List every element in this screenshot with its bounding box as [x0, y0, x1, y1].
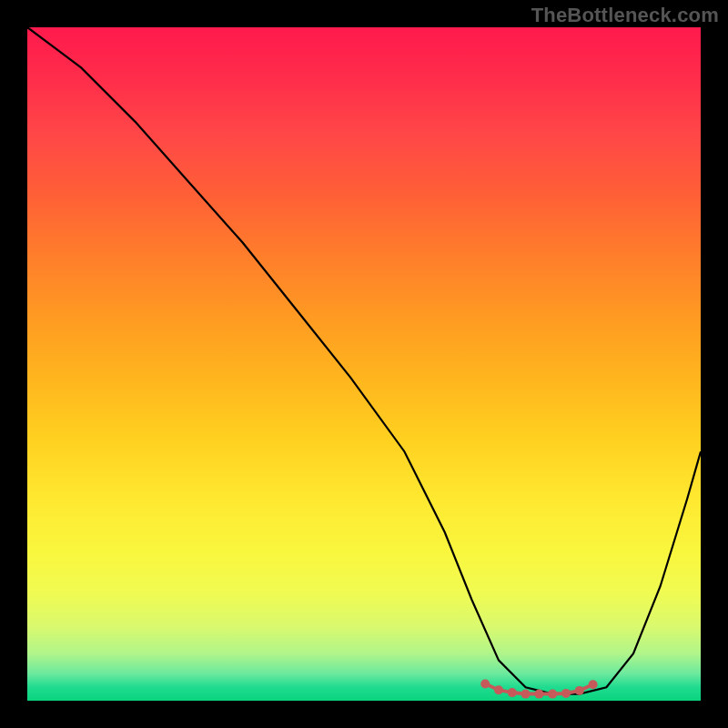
optimal-marker [508, 688, 517, 697]
chart-svg [27, 27, 701, 701]
optimal-marker [548, 690, 557, 699]
chart-frame: TheBottleneck.com [0, 0, 728, 728]
optimal-marker [480, 680, 490, 689]
optimal-marker [521, 690, 531, 699]
optimal-marker [534, 690, 543, 699]
optimal-marker [494, 685, 503, 694]
optimal-range-markers [480, 680, 597, 699]
optimal-marker [575, 686, 584, 695]
optimal-marker [589, 680, 598, 689]
optimal-marker [561, 689, 571, 698]
bottleneck-curve [27, 27, 701, 694]
watermark-text: TheBottleneck.com [531, 4, 719, 27]
plot-area [27, 27, 701, 701]
